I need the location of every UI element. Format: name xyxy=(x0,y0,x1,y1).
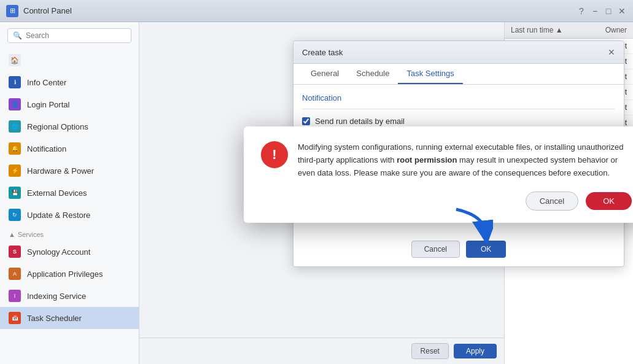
search-wrap[interactable]: 🔍 xyxy=(7,28,131,43)
warning-cancel-button[interactable]: Cancel xyxy=(526,192,578,211)
maximize-button[interactable]: □ xyxy=(604,6,613,16)
minimize-button[interactable]: − xyxy=(590,6,600,16)
tab-schedule[interactable]: Schedule xyxy=(348,64,398,84)
sidebar-item-indexing-service[interactable]: I Indexing Service xyxy=(0,285,139,307)
sidebar-item-update-restore[interactable]: ↻ Update & Restore xyxy=(0,204,139,226)
tab-general[interactable]: General xyxy=(302,64,348,84)
application-privileges-icon: A xyxy=(9,268,21,280)
services-section-label: Services xyxy=(18,231,44,238)
sidebar: 🔍 🏠 ℹ Info Center 👤 Login Portal 🌐 Regio… xyxy=(0,22,139,364)
control-panel-window: ⊞ Control Panel ? − □ ✕ 🔍 🏠 ℹ Info xyxy=(0,0,633,364)
warning-ok-button[interactable]: OK xyxy=(586,192,632,210)
sidebar-item-external-devices[interactable]: 💾 External Devices xyxy=(0,182,139,204)
warning-content: ! Modifying system configurations, runni… xyxy=(261,141,632,179)
regional-options-icon: 🌐 xyxy=(9,120,21,133)
sidebar-label-regional-options: Regional Options xyxy=(27,122,88,131)
title-bar: ⊞ Control Panel ? − □ ✕ xyxy=(0,0,633,22)
sidebar-item-regional-options[interactable]: 🌐 Regional Options xyxy=(0,115,139,137)
warning-text: Modifying system configurations, running… xyxy=(298,141,632,179)
reset-button[interactable]: Reset xyxy=(411,343,449,359)
hardware-power-icon: ⚡ xyxy=(9,165,21,177)
window-controls: ? − □ ✕ xyxy=(577,6,627,16)
app-icon: ⊞ xyxy=(6,5,18,17)
warning-dialog: ! Modifying system configurations, runni… xyxy=(244,126,633,223)
warning-icon: ! xyxy=(261,141,288,168)
col-last-run-time: Last run time ▲ xyxy=(511,26,584,34)
content-area: Last run time ▲ Owner root root root roo… xyxy=(139,22,633,364)
send-email-checkbox[interactable] xyxy=(302,117,310,125)
services-section-header[interactable]: ▲ Services xyxy=(0,226,139,241)
sidebar-label-info-center: Info Center xyxy=(27,78,66,87)
sidebar-item-login-portal[interactable]: 👤 Login Portal xyxy=(0,93,139,115)
dialog-cancel-button[interactable]: Cancel xyxy=(411,241,460,258)
col-owner: Owner xyxy=(584,26,627,34)
sidebar-label-external-devices: External Devices xyxy=(27,188,87,198)
search-input[interactable] xyxy=(26,31,126,40)
sidebar-label-application-privileges: Application Privileges xyxy=(27,269,103,279)
sidebar-label-synology-account: Synology Account xyxy=(27,247,90,257)
search-bar: 🔍 xyxy=(0,22,139,49)
sidebar-label-login-portal: Login Portal xyxy=(27,100,69,109)
info-center-icon: ℹ xyxy=(9,76,21,88)
send-email-row: Send run details by email xyxy=(302,117,615,126)
external-devices-icon: 💾 xyxy=(9,187,21,199)
login-portal-icon: 👤 xyxy=(9,98,21,110)
close-window-button[interactable]: ✕ xyxy=(617,6,627,16)
sidebar-item-application-privileges[interactable]: A Application Privileges xyxy=(0,263,139,285)
task-scheduler-icon: 📅 xyxy=(9,312,21,324)
table-header: Last run time ▲ Owner xyxy=(505,22,633,39)
sidebar-item-notification[interactable]: 🔔 Notification xyxy=(0,137,139,160)
dialog-title: Create task xyxy=(302,48,343,57)
main-layout: 🔍 🏠 ℹ Info Center 👤 Login Portal 🌐 Regio… xyxy=(0,22,633,364)
notification-icon: 🔔 xyxy=(9,142,21,155)
sidebar-label-indexing-service: Indexing Service xyxy=(27,292,86,301)
search-icon: 🔍 xyxy=(13,31,22,40)
update-restore-icon: ↻ xyxy=(9,209,21,221)
sidebar-item-info-center[interactable]: ℹ Info Center xyxy=(0,71,139,93)
dialog-tabs: General Schedule Task Settings xyxy=(293,64,624,85)
dialog-title-bar: Create task ✕ xyxy=(293,41,624,64)
apply-button[interactable]: Apply xyxy=(454,344,497,358)
sidebar-label-notification: Notification xyxy=(27,144,66,153)
sidebar-item-task-scheduler[interactable]: 📅 Task Scheduler xyxy=(0,307,139,329)
sidebar-label-hardware-power: Hardware & Power xyxy=(27,166,94,176)
window-title: Control Panel xyxy=(23,6,577,15)
tab-task-settings[interactable]: Task Settings xyxy=(398,64,462,84)
sidebar-label-task-scheduler: Task Scheduler xyxy=(27,314,82,323)
sidebar-item-hardware-power[interactable]: ⚡ Hardware & Power xyxy=(0,160,139,182)
sidebar-item-home[interactable]: 🏠 xyxy=(0,49,139,71)
notification-section-title: Notification xyxy=(302,93,615,103)
bottom-bar: Reset Apply xyxy=(139,338,504,364)
warning-footer: Cancel OK xyxy=(261,192,632,211)
sidebar-label-update-restore: Update & Restore xyxy=(27,211,90,220)
dialog-close-button[interactable]: ✕ xyxy=(608,47,615,57)
section-toggle-icon: ▲ xyxy=(9,231,15,238)
synology-account-icon: S xyxy=(9,246,21,258)
home-icon: 🏠 xyxy=(9,54,21,66)
dialog-footer: Cancel OK xyxy=(293,234,624,266)
sidebar-item-synology-account[interactable]: S Synology Account xyxy=(0,241,139,263)
send-email-label: Send run details by email xyxy=(315,117,405,126)
indexing-service-icon: I xyxy=(9,290,21,302)
dialog-ok-button[interactable]: OK xyxy=(466,241,506,258)
help-button[interactable]: ? xyxy=(577,6,586,16)
